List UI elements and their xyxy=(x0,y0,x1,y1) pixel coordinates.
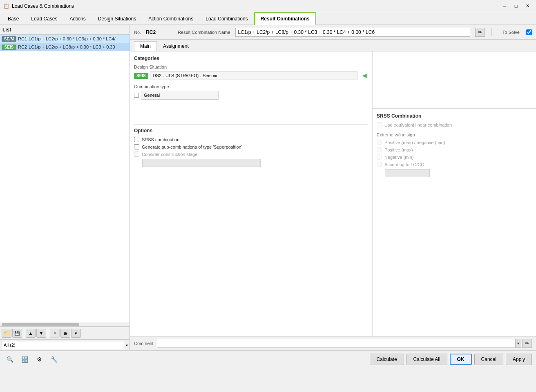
radio-label-3: Negative (min) xyxy=(384,155,414,160)
construction-label: Consider construction stage xyxy=(142,152,197,157)
list-scrollbar[interactable] xyxy=(2,323,79,326)
categories-title: Categories xyxy=(134,56,368,61)
counter-icon-button[interactable]: 🔢 xyxy=(19,354,30,365)
list-row-text-1: LC1/p + LC2/p + 0.30 * LC3/p + 0.30 * LC… xyxy=(29,36,116,41)
radio-pos-neg[interactable] xyxy=(377,140,382,145)
construction-checkbox[interactable] xyxy=(134,151,139,157)
close-button[interactable]: ✕ xyxy=(522,2,533,10)
superposition-checkbox[interactable] xyxy=(134,144,139,149)
to-solve-label: To Solve xyxy=(502,30,520,35)
srss-label: SRSS combination xyxy=(142,137,179,142)
inner-tab-main[interactable]: Main xyxy=(134,41,157,51)
filter-arrow-icon: ▾ xyxy=(126,343,128,347)
inner-tab-assignment[interactable]: Assignment xyxy=(157,41,195,51)
move-up-button[interactable]: ▲ xyxy=(26,329,36,338)
superposition-label: Generate sub-combinations of type 'Super… xyxy=(142,145,242,149)
to-solve-checkbox[interactable] xyxy=(526,29,532,35)
superposition-option-row: Generate sub-combinations of type 'Super… xyxy=(134,144,368,149)
right-panel: No. RC2 Result Combination Name ✏ To Sol… xyxy=(130,25,536,350)
left-main-content: Categories Design Situation SEIS DS2 - U… xyxy=(130,51,373,336)
construction-sub-input xyxy=(142,159,261,167)
apply-button[interactable]: Apply xyxy=(506,354,532,365)
filter-select[interactable]: All (2) xyxy=(2,341,125,349)
list-item[interactable]: SEIS RC2 LC1/p + LC2/p + LC8/p + 0.30 * … xyxy=(0,43,130,51)
save-button[interactable]: 💾 xyxy=(12,329,22,338)
calculate-button[interactable]: Calculate xyxy=(370,354,404,365)
comment-dropdown-icon[interactable]: ▾ xyxy=(516,339,521,348)
tab-design-situations[interactable]: Design Situations xyxy=(92,12,142,24)
toolbar-separator-1 xyxy=(24,329,24,337)
use-equivalent-row: Use equivalent linear combination xyxy=(377,122,532,127)
tab-load-combinations[interactable]: Load Combinations xyxy=(199,12,254,24)
list-toolbar: 📁 💾 ▲ ▼ ✕ ⊞ ▾ xyxy=(0,327,130,339)
list-content: SE/M RC1 LC1/p + LC2/p + 0.30 * LC3/p + … xyxy=(0,35,130,322)
tab-base[interactable]: Base xyxy=(2,12,25,24)
tab-result-combinations[interactable]: Result Combinations xyxy=(254,12,316,25)
radio-label-4: According to LC/CO xyxy=(384,162,424,167)
header-separator-2 xyxy=(491,28,492,36)
header-separator xyxy=(167,28,167,36)
use-equivalent-checkbox[interactable] xyxy=(377,122,382,127)
minimize-button[interactable]: – xyxy=(499,2,510,10)
radio-label-2: Positive (max) xyxy=(384,147,413,152)
list-item[interactable]: SE/M RC1 LC1/p + LC2/p + 0.30 * LC3/p + … xyxy=(0,35,130,43)
tab-load-cases[interactable]: Load Cases xyxy=(25,12,63,24)
comment-edit-button[interactable]: ✏ xyxy=(522,339,532,348)
construction-option-row: Consider construction stage xyxy=(134,151,368,157)
design-situation-value: DS2 - ULS (STR/GEO) - Seismic xyxy=(150,71,357,80)
comment-label: Comment xyxy=(134,341,154,346)
grid-options-button[interactable]: ▾ xyxy=(71,329,81,338)
comment-input[interactable] xyxy=(157,339,516,348)
combination-type-label: Combination type xyxy=(134,84,368,89)
tab-actions[interactable]: Actions xyxy=(63,12,92,24)
move-down-button[interactable]: ▼ xyxy=(36,329,46,338)
radio-neg[interactable] xyxy=(377,154,382,160)
edit-name-button[interactable]: ✏ xyxy=(475,28,485,37)
toolbar-separator-2 xyxy=(48,329,48,337)
list-header: List xyxy=(0,25,130,35)
result-combination-name-label: Result Combination Name xyxy=(178,30,230,35)
tool-icon-button[interactable]: ⚙ xyxy=(34,354,45,365)
inner-tabbar: Main Assignment xyxy=(130,40,536,51)
delete-button[interactable]: ✕ xyxy=(50,329,60,338)
titlebar-icon: 📋 xyxy=(3,3,9,9)
design-situation-badge: SEIS xyxy=(134,73,148,79)
open-button[interactable]: 📁 xyxy=(2,329,11,338)
rc-header: No. RC2 Result Combination Name ✏ To Sol… xyxy=(130,25,536,40)
options-title: Options xyxy=(134,124,368,134)
srss-option-row: SRSS combination xyxy=(134,137,368,142)
settings-icon-button[interactable]: 🔧 xyxy=(48,354,60,365)
result-combination-name-input[interactable] xyxy=(235,28,470,37)
main-tabbar: Base Load Cases Actions Design Situation… xyxy=(0,12,536,25)
grid-button[interactable]: ⊞ xyxy=(60,329,70,338)
filter-row: All (2) ▾ xyxy=(0,339,130,350)
tab-action-combinations[interactable]: Action Combinations xyxy=(142,12,199,24)
design-situation-row: SEIS DS2 - ULS (STR/GEO) - Seismic ◄ xyxy=(134,71,368,80)
radio-according[interactable] xyxy=(377,162,382,167)
search-icon-button[interactable]: 🔍 xyxy=(4,354,16,365)
list-badge-seam: SE/M xyxy=(2,36,16,42)
combination-type-input-row: General xyxy=(134,91,368,100)
no-label: No. xyxy=(134,30,141,35)
radio-pos[interactable] xyxy=(377,147,382,152)
list-scrollbar-area xyxy=(0,322,130,327)
combo-type-color-swatch xyxy=(134,93,139,98)
radio-row-1: Positive (max) / negative (min) xyxy=(377,140,532,145)
srss-checkbox[interactable] xyxy=(134,137,139,142)
right-panel-top-section xyxy=(373,51,536,109)
radio-row-3: Negative (min) xyxy=(377,154,532,160)
cancel-button[interactable]: Cancel xyxy=(474,354,503,365)
comment-section: Comment ▾ ✏ xyxy=(130,336,536,350)
radio-label-1: Positive (max) / negative (min) xyxy=(384,140,445,145)
options-section: Options SRSS combination Generate sub-co… xyxy=(134,124,368,167)
list-badge-seis: SEIS xyxy=(2,45,16,50)
design-situation-label: Design Situation xyxy=(134,65,368,69)
bottom-bar: 🔍 🔢 ⚙ 🔧 Calculate Calculate All OK Cance… xyxy=(0,350,536,368)
arrow-indicator-icon: ◄ xyxy=(361,71,368,80)
list-row-id-1: RC1 xyxy=(18,36,27,41)
ok-button[interactable]: OK xyxy=(450,354,472,365)
srss-section-title: SRSS Combination xyxy=(377,113,532,119)
titlebar: 📋 Load Cases & Combinations – □ ✕ xyxy=(0,0,536,12)
calculate-all-button[interactable]: Calculate All xyxy=(406,354,447,365)
maximize-button[interactable]: □ xyxy=(511,2,521,10)
